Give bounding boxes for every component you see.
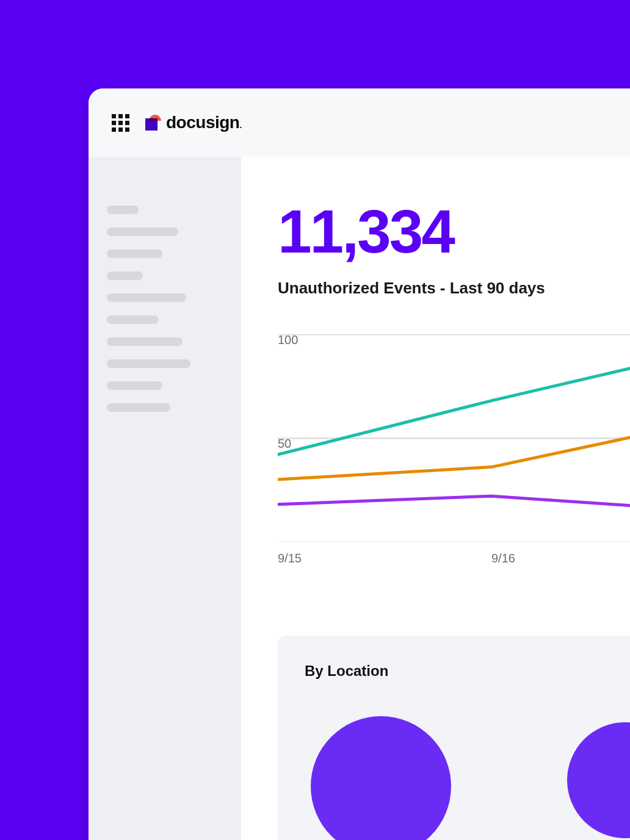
sidebar-item-placeholder[interactable] <box>107 271 143 280</box>
by-location-card: By Location <box>278 636 630 840</box>
x-axis-ticks: 9/159/16 <box>278 551 630 569</box>
app-window: docusign. 11,334 Unauthorized Events - L… <box>89 88 630 840</box>
body-area: 11,334 Unauthorized Events - Last 90 day… <box>89 157 630 840</box>
location-bubble <box>567 722 630 838</box>
card-title: By Location <box>305 662 630 680</box>
y-axis-tick: 50 <box>278 437 291 451</box>
sidebar-item-placeholder[interactable] <box>107 249 162 258</box>
chart-series-teal <box>278 351 630 454</box>
y-axis-tick: 100 <box>278 333 298 347</box>
sidebar-item-placeholder[interactable] <box>107 228 178 236</box>
metric-value: 11,334 <box>278 201 630 262</box>
chart-series-purple <box>278 496 630 511</box>
sidebar-item-placeholder[interactable] <box>107 337 183 346</box>
brand-logo[interactable]: docusign. <box>145 113 242 132</box>
sidebar-item-placeholder[interactable] <box>107 359 190 368</box>
main-content: 11,334 Unauthorized Events - Last 90 day… <box>241 157 630 840</box>
sidebar-item-placeholder[interactable] <box>107 293 186 302</box>
x-axis-tick: 9/16 <box>491 551 515 565</box>
bubble-chart <box>305 716 630 840</box>
topbar: docusign. <box>89 88 630 157</box>
metric-label: Unauthorized Events - Last 90 days <box>278 279 630 298</box>
app-launcher-icon[interactable] <box>112 114 129 132</box>
events-line-chart: 100 50 9/159/16 <box>278 334 630 569</box>
x-axis-tick: 9/15 <box>278 551 302 565</box>
brand-name: docusign. <box>166 113 242 132</box>
sidebar-item-placeholder[interactable] <box>107 206 139 214</box>
sidebar-item-placeholder[interactable] <box>107 381 162 390</box>
sidebar-item-placeholder[interactable] <box>107 403 170 412</box>
chart-series-orange <box>278 422 630 479</box>
sidebar-item-placeholder[interactable] <box>107 315 159 324</box>
sidebar <box>89 157 241 840</box>
brand-mark-icon <box>145 115 161 131</box>
location-bubble <box>311 716 451 840</box>
